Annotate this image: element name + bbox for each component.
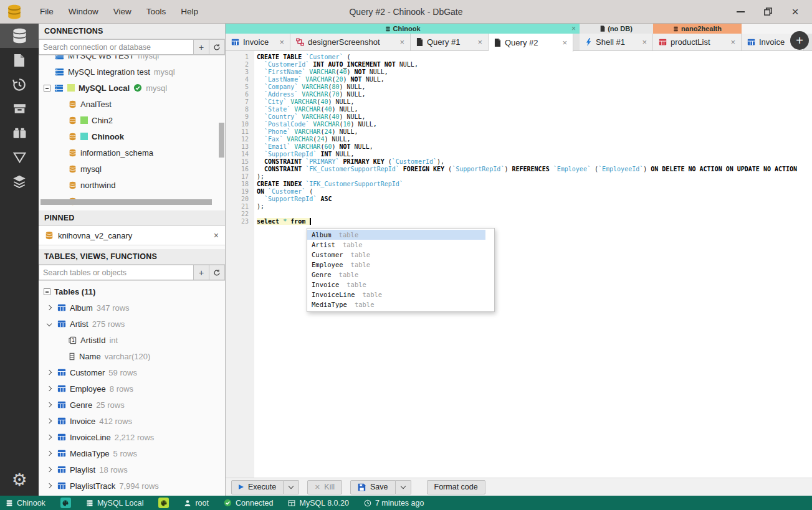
chevron-right-icon[interactable]: [47, 418, 52, 423]
autocomplete-item[interactable]: InvoiceLinetable: [307, 290, 485, 300]
table-row[interactable]: Playlist 18 rows: [39, 461, 225, 478]
table-row[interactable]: PlaylistTrack 7,994 rows: [39, 478, 225, 494]
pinned-item[interactable]: knihovna_v2_canary ×: [39, 226, 225, 245]
sql-editor[interactable]: 1234567891011121314151617181920212223 CR…: [226, 51, 812, 478]
autocomplete-item[interactable]: Albumtable: [307, 230, 485, 240]
chevron-right-icon[interactable]: [47, 305, 52, 310]
close-group-icon[interactable]: ×: [571, 24, 576, 33]
database-row[interactable]: information_schema: [39, 144, 225, 161]
database-row[interactable]: northwind: [39, 177, 225, 193]
chevron-right-icon[interactable]: [47, 435, 52, 440]
menu-view[interactable]: View: [106, 7, 139, 16]
database-label: Chinook: [92, 132, 124, 141]
sidebar-item-archive[interactable]: [0, 97, 39, 121]
chevron-right-icon[interactable]: [47, 467, 52, 472]
sidebar-item-history[interactable]: [0, 72, 39, 97]
autocomplete-item[interactable]: Artisttable: [307, 240, 485, 250]
minimize-button[interactable]: [735, 6, 746, 17]
connection-row[interactable]: MYSQL WB TEST mysql: [39, 55, 225, 64]
table-row[interactable]: Album 347 rows: [39, 300, 225, 316]
tab-group-no-db[interactable]: (no DB): [580, 24, 653, 34]
new-tab-button[interactable]: +: [790, 31, 809, 50]
close-tab-icon[interactable]: ×: [477, 37, 482, 47]
collapse-toggle[interactable]: [44, 85, 50, 92]
autocomplete-item[interactable]: MediaTypetable: [307, 300, 485, 309]
status-database[interactable]: Chinook: [6, 499, 45, 508]
close-tab-icon[interactable]: ×: [642, 37, 647, 47]
chevron-right-icon[interactable]: [47, 483, 52, 488]
sidebar-item-cells[interactable]: [0, 169, 39, 194]
status-connection[interactable]: MySQL Local: [86, 499, 144, 508]
connections-search-input[interactable]: [39, 39, 194, 55]
sidebar-item-query-designer[interactable]: [0, 145, 39, 169]
execute-button[interactable]: Execute: [231, 480, 284, 494]
tab-group-chinook[interactable]: Chinook ×: [226, 24, 580, 34]
sidebar-item-database[interactable]: [0, 24, 39, 48]
autocomplete-item[interactable]: Customertable: [307, 250, 485, 260]
sidebar-item-files[interactable]: [0, 48, 39, 72]
autocomplete-item[interactable]: Genretable: [307, 270, 485, 280]
table-row[interactable]: InvoiceLine 2,212 rows: [39, 429, 225, 445]
chevron-down-icon[interactable]: [47, 321, 52, 326]
execute-options-button[interactable]: [284, 480, 299, 494]
add-table-button[interactable]: +: [194, 265, 209, 280]
refresh-tables-button[interactable]: [209, 265, 225, 280]
vertical-scrollbar[interactable]: [219, 123, 224, 158]
tab-query-1[interactable]: Query #1 ×: [411, 34, 489, 50]
save-button[interactable]: Save: [350, 480, 396, 494]
connection-row[interactable]: MySQL integration test mysql: [39, 64, 225, 80]
chevron-right-icon[interactable]: [47, 402, 52, 407]
menu-window[interactable]: Window: [61, 7, 106, 16]
table-row[interactable]: Customer 59 rows: [39, 364, 225, 380]
tables-group-row[interactable]: Tables (11): [39, 283, 225, 300]
tab-designer-screenshot[interactable]: designerScreenshot ×: [290, 34, 411, 50]
menu-file[interactable]: File: [32, 7, 61, 16]
save-options-button[interactable]: [396, 480, 411, 494]
refresh-connections-button[interactable]: [209, 39, 225, 55]
chevron-right-icon[interactable]: [47, 451, 52, 456]
close-tab-icon[interactable]: ×: [279, 37, 284, 47]
autocomplete-item[interactable]: Invoicetable: [307, 280, 485, 290]
database-row[interactable]: mysql: [39, 161, 225, 177]
tab-invoice[interactable]: Invoice ×: [226, 34, 290, 50]
autocomplete-item[interactable]: Employeetable: [307, 260, 485, 270]
close-tab-icon[interactable]: ×: [399, 37, 404, 47]
table-row[interactable]: MediaType 5 rows: [39, 445, 225, 461]
tab-query-2[interactable]: Query #2 ×: [489, 34, 573, 52]
column-row[interactable]: Name varchar(120): [39, 348, 225, 364]
column-row[interactable]: 1 ArtistId int: [39, 332, 225, 348]
connection-color-chip[interactable]: [158, 498, 169, 508]
database-color-chip[interactable]: [60, 498, 71, 508]
database-row[interactable]: AnalTest: [39, 96, 225, 112]
connection-engine: mysql: [138, 55, 159, 60]
status-bar: Chinook MySQL Local root Connected MySQL…: [0, 496, 812, 510]
menu-help[interactable]: Help: [173, 7, 206, 16]
kill-button[interactable]: ×Kill: [307, 480, 342, 494]
table-row[interactable]: Employee 8 rows: [39, 380, 225, 397]
tables-search-input[interactable]: [39, 265, 194, 280]
close-button[interactable]: ×: [790, 6, 801, 17]
collapse-toggle[interactable]: [44, 288, 50, 295]
sidebar-item-plugins[interactable]: [0, 121, 39, 145]
menu-tools[interactable]: Tools: [139, 7, 174, 16]
unpin-close-icon[interactable]: ×: [214, 230, 219, 240]
close-tab-icon[interactable]: ×: [730, 37, 735, 47]
tab-product-list[interactable]: productList ×: [653, 34, 742, 50]
table-row[interactable]: Genre 25 rows: [39, 397, 225, 413]
table-row[interactable]: Invoice 412 rows: [39, 413, 225, 429]
horizontal-scrollbar[interactable]: [41, 199, 212, 205]
table-row-artist[interactable]: Artist 275 rows: [39, 316, 225, 332]
add-connection-button[interactable]: +: [194, 39, 209, 55]
tab-group-nano2health[interactable]: nano2health: [653, 24, 742, 34]
database-row-chinook[interactable]: Chinook: [39, 128, 225, 144]
database-row[interactable]: Chin2: [39, 112, 225, 128]
close-tab-icon[interactable]: ×: [562, 38, 567, 47]
connection-row-mysql-local[interactable]: MySQL Local mysql: [39, 80, 225, 96]
chevron-right-icon[interactable]: [47, 370, 52, 375]
tab-shell-1[interactable]: Shell #1 ×: [580, 34, 653, 50]
status-user[interactable]: root: [184, 499, 209, 508]
settings-gear-icon[interactable]: ⚙: [0, 463, 39, 496]
chevron-right-icon[interactable]: [47, 386, 52, 391]
restore-button[interactable]: [762, 6, 773, 17]
format-code-button[interactable]: Format code: [427, 480, 485, 494]
